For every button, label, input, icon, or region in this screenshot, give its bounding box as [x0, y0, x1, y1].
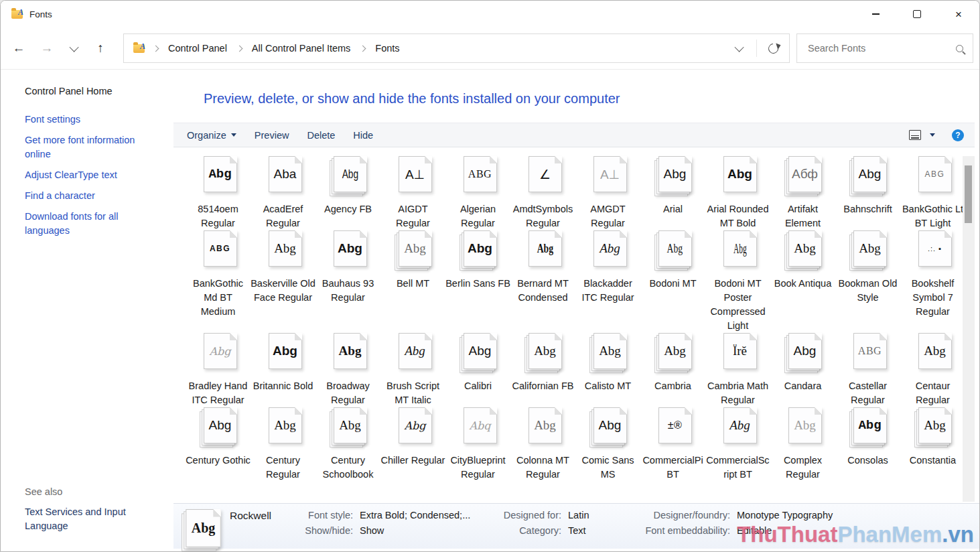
divider	[756, 40, 757, 57]
font-name: Bahnschrift	[843, 202, 892, 216]
font-tile[interactable]: Abg Arial Rounded MT Bold	[705, 156, 770, 230]
font-preview-icon: Abg	[589, 407, 627, 447]
detail-value: Extra Bold; Condensed;...	[360, 508, 489, 523]
font-tile[interactable]: Abg CommercialScript BT	[705, 407, 770, 482]
maximize-button[interactable]	[896, 1, 938, 27]
page: Abg	[269, 333, 302, 369]
forward-button[interactable]: →	[34, 36, 60, 61]
address-bar[interactable]: Control PanelAll Control Panel ItemsFont…	[123, 33, 790, 63]
font-tile[interactable]: Abg Century Gothic	[186, 407, 251, 482]
font-tile[interactable]: Abg Cambria	[640, 333, 705, 407]
font-tile[interactable]: Abg Californian FB	[510, 333, 575, 407]
help-button[interactable]: ?	[952, 129, 964, 141]
font-glyph: Aba	[274, 167, 297, 182]
detail-label: Category:	[489, 523, 568, 539]
font-tile[interactable]: ABG BankGothic Lt BT Light	[900, 156, 965, 230]
font-tile[interactable]: A⊥ AMGDT Regular	[575, 156, 640, 230]
font-tile[interactable]: Abg Chiller Regular	[380, 407, 445, 482]
breadcrumb-item[interactable]: Control Panel	[167, 42, 228, 55]
font-tile[interactable]: Abg Baskerville Old Face Regular	[251, 230, 316, 333]
up-button[interactable]: ↑	[88, 36, 113, 61]
font-tile[interactable]: .:. ▪ Bookshelf Symbol 7 Regular	[900, 230, 965, 333]
scrollbar[interactable]	[963, 156, 975, 502]
organize-button[interactable]: Organize	[187, 130, 236, 141]
refresh-button[interactable]	[764, 36, 782, 61]
font-tile[interactable]: Abg Britannic Bold	[251, 333, 316, 407]
font-tile[interactable]: Abg Bernard MT Condensed	[510, 230, 575, 333]
font-tile[interactable]: Abg Bahnschrift	[835, 156, 900, 230]
scrollbar-thumb[interactable]	[965, 165, 972, 223]
breadcrumb-item[interactable]: All Control Panel Items	[251, 42, 352, 55]
font-tile[interactable]: ±® CommercialPi BT	[640, 407, 705, 482]
font-tile[interactable]: Abg Bodoni MT Poster Compressed Light	[705, 230, 770, 333]
toolbar-button-preview[interactable]: Preview	[255, 130, 289, 141]
font-tile[interactable]: Abg Calisto MT	[575, 333, 640, 407]
sidebar-item-control-panel-home[interactable]: Control Panel Home	[25, 86, 157, 96]
font-preview-icon: Abg	[849, 230, 887, 271]
font-tile[interactable]: Abg Brush Script MT Italic	[380, 333, 445, 407]
font-glyph: Abg	[339, 344, 362, 358]
font-tile[interactable]: ABG Castellar Regular	[835, 333, 900, 407]
font-tile[interactable]: Abq CityBlueprint Regular	[445, 407, 510, 482]
address-dropdown-button[interactable]	[731, 36, 750, 61]
font-tile[interactable]: Abg Century Regular	[251, 407, 316, 482]
font-tile[interactable]: Aбф Artifakt Element	[770, 156, 835, 230]
close-button[interactable]: ×	[938, 1, 979, 27]
page: Abg	[529, 407, 562, 443]
page: Abg	[269, 230, 302, 267]
font-tile[interactable]: ∠ AmdtSymbols Regular	[510, 156, 575, 230]
font-tile[interactable]: Abg Candara	[770, 333, 835, 407]
font-glyph: Abg	[727, 167, 752, 182]
font-tile[interactable]: Abg Bodoni MT	[640, 230, 705, 333]
font-tile[interactable]: Abg Centaur Regular	[900, 333, 965, 407]
font-tile[interactable]: Abg Book Antiqua	[770, 230, 835, 333]
see-also-link[interactable]: Text Services and Input Language	[25, 505, 159, 533]
font-tile[interactable]: Abg Colonna MT Regular	[510, 407, 575, 482]
font-tile[interactable]: Abg Calibri	[445, 333, 510, 407]
sidebar-link[interactable]: Adjust ClearType text	[25, 168, 157, 182]
nav-history-dropdown[interactable]	[62, 36, 88, 61]
views-button[interactable]	[909, 130, 921, 140]
minimize-button[interactable]	[855, 1, 896, 27]
sidebar-link[interactable]: Font settings	[25, 113, 157, 127]
font-tile[interactable]: Abg Comic Sans MS	[575, 407, 640, 482]
page-fold	[815, 156, 822, 163]
font-tile[interactable]: Ïrĕ Cambria Math Regular	[705, 333, 770, 407]
font-tile[interactable]: Abg Bradley Hand ITC Regular	[186, 333, 251, 407]
font-glyph: Abg	[468, 241, 492, 256]
font-preview-icon: Abg	[849, 156, 887, 196]
font-tile[interactable]: Aba AcadEref Regular	[251, 156, 316, 230]
font-tile[interactable]: Abg Constantia	[900, 407, 965, 482]
font-name: Bodoni MT Poster Compressed Light	[705, 277, 770, 333]
search-icon[interactable]	[956, 45, 963, 52]
font-name: Bell MT	[397, 277, 429, 291]
font-tile[interactable]: Abg Berlin Sans FB	[445, 230, 510, 333]
font-tile[interactable]: Abg Bauhaus 93 Regular	[316, 230, 380, 333]
font-glyph: Abg	[209, 345, 230, 358]
toolbar-button-hide[interactable]: Hide	[353, 130, 373, 141]
search-input[interactable]	[807, 42, 956, 54]
toolbar-button-delete[interactable]: Delete	[307, 130, 335, 141]
font-tile[interactable]: ABG BankGothic Md BT Medium	[186, 230, 251, 333]
font-tile[interactable]: Abg 8514oem Regular	[186, 156, 251, 230]
font-tile[interactable]: ABG Algerian Regular	[445, 156, 510, 230]
page-fold	[815, 333, 822, 340]
views-caret-icon[interactable]	[930, 133, 935, 137]
font-tile[interactable]: Abg Bell MT	[380, 230, 445, 333]
sidebar-link[interactable]: Find a character	[25, 189, 157, 203]
font-tile[interactable]: Abg Century Schoolbook	[316, 407, 380, 482]
font-tile[interactable]: Abg Complex Regular	[770, 407, 835, 482]
font-tile[interactable]: Abg Agency FB	[316, 156, 380, 230]
font-preview-icon: Abg	[719, 156, 757, 196]
sidebar-link[interactable]: Get more font information online	[25, 133, 157, 161]
font-tile[interactable]: Abg Broadway Regular	[316, 333, 380, 407]
sidebar-link[interactable]: Download fonts for all languages	[25, 210, 157, 238]
back-button[interactable]: ←	[6, 36, 31, 61]
font-glyph: ABG	[210, 244, 230, 253]
font-tile[interactable]: Abg Bookman Old Style	[835, 230, 900, 333]
breadcrumb-item[interactable]: Fonts	[374, 42, 401, 55]
font-tile[interactable]: Abg Consolas	[835, 407, 900, 482]
font-tile[interactable]: A⊥ AIGDT Regular	[380, 156, 445, 230]
font-tile[interactable]: Abg Blackadder ITC Regular	[575, 230, 640, 333]
font-tile[interactable]: Abg Arial	[640, 156, 705, 230]
